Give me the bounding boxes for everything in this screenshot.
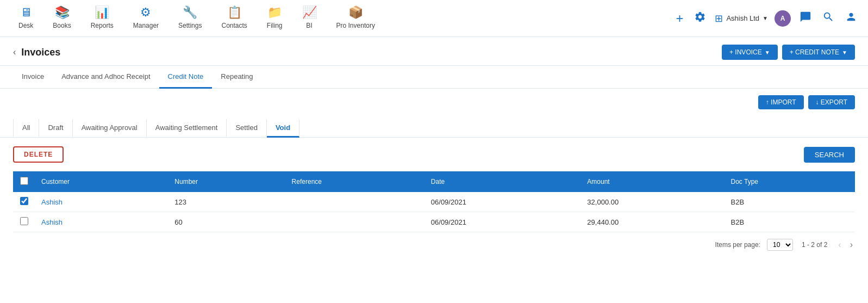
row-amount: 29,440.00 <box>580 212 724 232</box>
select-all-checkbox[interactable] <box>20 177 28 185</box>
table-header-customer: Customer <box>35 171 168 192</box>
status-tab-settled[interactable]: Settled <box>227 119 266 138</box>
row-customer: Ashish <box>35 192 168 212</box>
add-button[interactable]: + <box>673 9 685 28</box>
invoice-button[interactable]: + INVOICE ▼ <box>722 45 778 60</box>
company-grid-icon: ⊞ <box>715 13 723 24</box>
table-row: Ashish 60 06/09/2021 29,440.00 B2B <box>13 212 855 232</box>
table-header-row: Customer Number Reference Date Amount Do… <box>13 171 855 192</box>
search-button[interactable] <box>820 9 836 28</box>
table-header-checkbox[interactable] <box>13 171 35 192</box>
invoice-dropdown-arrow: ▼ <box>765 50 770 55</box>
table-header-date: Date <box>424 171 581 192</box>
nav-right: + ⊞ Ashish Ltd ▼ A <box>673 9 859 28</box>
status-tab-awaiting-settlement[interactable]: Awaiting Settlement <box>147 119 227 138</box>
row-reference <box>285 212 424 232</box>
nav-label-settings: Settings <box>178 22 202 29</box>
invoices-table: Customer Number Reference Date Amount Do… <box>13 171 855 232</box>
status-tab-void[interactable]: Void <box>267 119 299 138</box>
page-title: Invoices <box>21 47 60 58</box>
prev-page-button[interactable]: ‹ <box>836 239 843 251</box>
status-tab-awaiting-approval[interactable]: Awaiting Approval <box>73 119 147 138</box>
header-actions: + INVOICE ▼ + CREDIT NOTE ▼ <box>722 45 855 60</box>
filing-icon: 📁 <box>267 5 282 20</box>
status-tab-draft[interactable]: Draft <box>39 119 72 138</box>
items-per-page-select[interactable]: 10 25 50 <box>767 239 793 251</box>
page-title-row: ‹ Invoices <box>13 47 60 58</box>
nav-label-manager: Manager <box>133 22 159 29</box>
row-checkbox-1[interactable] <box>20 217 28 225</box>
nav-label-desk: Desk <box>18 22 33 29</box>
top-nav: 🖥 Desk 📚 Books 📊 Reports ⚙ Manager 🔧 Set… <box>0 0 868 37</box>
nav-label-bi: BI <box>306 22 312 29</box>
back-button[interactable]: ‹ <box>13 47 16 57</box>
tab-invoice[interactable]: Invoice <box>13 66 53 89</box>
items-per-page-label: Items per page: <box>715 241 760 249</box>
row-checkbox-cell[interactable] <box>13 192 35 212</box>
user-button[interactable] <box>843 9 859 28</box>
nav-item-filing[interactable]: 📁 Filing <box>257 0 292 37</box>
nav-label-reports: Reports <box>91 22 114 29</box>
nav-item-bi[interactable]: 📈 BI <box>292 0 327 37</box>
nav-item-books[interactable]: 📚 Books <box>43 0 80 37</box>
chevron-down-icon: ▼ <box>763 15 768 21</box>
manager-icon: ⚙ <box>140 5 151 20</box>
settings-gear-button[interactable] <box>692 9 708 28</box>
nav-item-reports[interactable]: 📊 Reports <box>81 0 123 37</box>
import-button[interactable]: ↑ IMPORT <box>758 95 804 109</box>
nav-item-contacts[interactable]: 📋 Contacts <box>211 0 257 37</box>
customer-link-0[interactable]: Ashish <box>41 198 63 206</box>
row-date: 06/09/2021 <box>424 212 581 232</box>
nav-items: 🖥 Desk 📚 Books 📊 Reports ⚙ Manager 🔧 Set… <box>9 0 385 37</box>
avatar[interactable]: A <box>775 10 791 27</box>
nav-item-manager[interactable]: ⚙ Manager <box>123 0 168 37</box>
row-checkbox-0[interactable] <box>20 197 28 205</box>
tabs-row: Invoice Advance and Adhoc Receipt Credit… <box>0 66 868 89</box>
row-date: 06/09/2021 <box>424 192 581 212</box>
row-doc-type: B2B <box>725 212 855 232</box>
nav-label-filing: Filing <box>267 22 283 29</box>
nav-label-contacts: Contacts <box>221 22 247 29</box>
export-button[interactable]: ↓ EXPORT <box>808 95 855 109</box>
next-page-button[interactable]: › <box>848 239 855 251</box>
table-header-reference: Reference <box>285 171 424 192</box>
row-amount: 32,000.00 <box>580 192 724 212</box>
delete-button[interactable]: DELETE <box>13 146 64 163</box>
credit-note-button[interactable]: + CREDIT NOTE ▼ <box>782 45 855 60</box>
page-header: ‹ Invoices + INVOICE ▼ + CREDIT NOTE ▼ <box>0 37 868 66</box>
tab-repeating[interactable]: Repeating <box>212 66 261 89</box>
pro-inventory-icon: 📦 <box>348 5 363 20</box>
nav-item-desk[interactable]: 🖥 Desk <box>9 0 43 37</box>
desk-icon: 🖥 <box>20 5 32 20</box>
credit-note-dropdown-arrow: ▼ <box>842 50 847 55</box>
main-content: ‹ Invoices + INVOICE ▼ + CREDIT NOTE ▼ I… <box>0 37 868 303</box>
row-reference <box>285 192 424 212</box>
table-header-number: Number <box>168 171 285 192</box>
page-info: 1 - 2 of 2 <box>802 241 827 249</box>
tab-advance[interactable]: Advance and Adhoc Receipt <box>53 66 159 89</box>
nav-item-settings[interactable]: 🔧 Settings <box>168 0 211 37</box>
row-customer: Ashish <box>35 212 168 232</box>
company-name: Ashish Ltd <box>726 14 759 22</box>
bi-icon: 📈 <box>302 5 317 20</box>
status-tabs: All Draft Awaiting Approval Awaiting Set… <box>0 114 868 138</box>
row-doc-type: B2B <box>725 192 855 212</box>
customer-link-1[interactable]: Ashish <box>41 218 63 226</box>
contacts-icon: 📋 <box>227 5 242 20</box>
pagination-row: Items per page: 10 25 50 1 - 2 of 2 ‹ › <box>0 232 868 257</box>
company-selector[interactable]: ⊞ Ashish Ltd ▼ <box>715 13 768 24</box>
table-container: Customer Number Reference Date Amount Do… <box>0 171 868 232</box>
reports-icon: 📊 <box>95 5 109 20</box>
table-row: Ashish 123 06/09/2021 32,000.00 B2B <box>13 192 855 212</box>
status-tab-all[interactable]: All <box>13 119 39 138</box>
settings-icon: 🔧 <box>183 5 197 20</box>
tab-credit-note[interactable]: Credit Note <box>159 66 213 89</box>
table-header-amount: Amount <box>580 171 724 192</box>
action-row: DELETE SEARCH <box>0 138 868 171</box>
nav-item-pro-inventory[interactable]: 📦 Pro Inventory <box>327 0 385 37</box>
row-number: 60 <box>168 212 285 232</box>
row-checkbox-cell[interactable] <box>13 212 35 232</box>
search-table-button[interactable]: SEARCH <box>804 147 855 163</box>
table-header-doc-type: Doc Type <box>725 171 855 192</box>
chat-button[interactable] <box>797 9 814 28</box>
